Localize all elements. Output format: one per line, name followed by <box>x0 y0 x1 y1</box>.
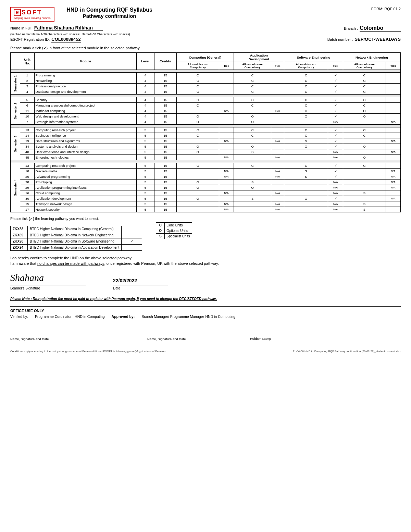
name-label: Name in Full: <box>10 26 33 30</box>
office-verified-row: Verified by: Programme Cordinator - HND … <box>10 314 401 319</box>
table-instruction: Please mark a tick (✓) in front of the s… <box>10 46 401 50</box>
table-row: 45 Emerging technologies 515 N/A N/A N/A… <box>11 155 401 160</box>
footer-left: Conditions apply according to the policy… <box>10 350 166 353</box>
pathway-row: ZKX90 BTEC Higher National Diploma in So… <box>11 238 142 245</box>
batch-value: SEP/OCT-WEEKDAYS <box>354 37 401 42</box>
col-header-module: Module <box>34 53 136 70</box>
pathway-row: ZKX94 BTEC Higher National Diploma in Ap… <box>11 245 142 251</box>
semester-4-label: Semester 4 <box>11 163 20 212</box>
batch-label: Batch number : <box>327 37 353 41</box>
declaration-line2: I am aware that no changes can be made w… <box>10 261 401 265</box>
subhdr-se-compulsory: All modules areCompulsory <box>284 62 328 70</box>
declaration-line1: I do hereby confirm to complete the HND … <box>10 256 401 260</box>
approved-value: Branch Manager/ Programme Manager-HND in… <box>141 314 235 319</box>
table-row: Semester 3 13 Computing research project… <box>11 127 401 133</box>
table-row: 34 Systems analysis and design 515 O O O… <box>11 144 401 149</box>
name-note: (verified name: Name 1-20 characters wit… <box>10 33 401 36</box>
please-note: Please Note : Re-registration fee must b… <box>10 297 401 301</box>
signature-label: Learner's Signature <box>10 286 86 290</box>
reg-id-value: COL00089452 <box>51 37 80 42</box>
office-sign2-label: Name, Signature and Date <box>147 336 229 341</box>
subhdr-se-tick: Tick <box>328 62 343 70</box>
office-sign1: Name, Signature and Date <box>10 336 92 341</box>
pathway-row: ZKX88 BTEC Higher National Diploma in Co… <box>11 226 142 232</box>
semester-3-label: Semester 3 <box>11 127 20 160</box>
logo-text: SOFT <box>22 9 42 16</box>
declaration-section: I do hereby confirm to complete the HND … <box>10 256 401 265</box>
table-row: Semester 2 5 Security 415 C C C✓ C <box>11 97 401 103</box>
footer: Conditions apply according to the policy… <box>10 348 401 353</box>
title-line2: Pathway confirmation <box>66 13 152 19</box>
legend-table: C Core Units O Optional Units S Speciali… <box>156 222 192 239</box>
table-row: 3 Professional practice 415 C C C✓ C <box>11 84 401 89</box>
col-header-ne: Network Engineering <box>343 53 401 62</box>
unit-no: 1 <box>20 73 34 78</box>
logo-slogan: Shaping Lives. Creating Futures. <box>14 16 51 20</box>
verified-value: Programme Cordinator - HND in Computing <box>35 314 105 319</box>
col-header-level: Level <box>137 53 154 70</box>
subhdr-cg-tick: Tick <box>219 62 234 70</box>
office-signatures-row: Name, Signature and Date Name, Signature… <box>10 336 401 341</box>
table-row: 2 Networking 415 C C C✓ C <box>11 78 401 84</box>
col-header-cg: Computing (General) <box>176 53 234 62</box>
table-row: Semester 4 13 Computing research project… <box>11 163 401 169</box>
pathway-selection-section: Please tick {✓} the learning pathway you… <box>10 216 401 251</box>
col-header-credits: Credits <box>154 53 176 70</box>
subhdr-ne-compulsory: All modules areCompulsory <box>343 62 386 70</box>
table-row: 4 Database design and development 415 C … <box>11 89 401 95</box>
office-title: OFFICE USE ONLY <box>10 309 401 313</box>
legend-row: O Optional Units <box>156 228 192 234</box>
table-row: 11 Maths for computing 415 N/A N/A O✓ O <box>11 108 401 114</box>
subhdr-ad-compulsory: All modules areCompulsory <box>234 62 271 70</box>
table-row: 18 Discrete maths 515 N/A N/A S✓ N/A <box>11 169 401 174</box>
table-row: 20 Advanced programming 515 N/A N/A S✓ N… <box>11 174 401 180</box>
module-name: Programming <box>34 73 136 78</box>
table-row: 30 Application development 515 O S O✓ N/… <box>11 196 401 201</box>
office-sign2: Name, Signature and Date <box>147 336 229 341</box>
modules-table: UnitNo. Module Level Credits Computing (… <box>10 52 401 212</box>
date-block: 22/02/2022 Date <box>113 278 168 290</box>
col-header-ad: ApplicationDevelopment <box>234 53 284 62</box>
pathway-table: ZKX88 BTEC Higher National Diploma in Co… <box>10 226 142 251</box>
table-row: Semester 1 1 Programming 415 C C C✓ C <box>11 73 401 78</box>
table-row: 15 Transport network design 515 N/A N/A … <box>11 201 401 207</box>
table-row: 28 Prototyping 515 O S N/A N/A <box>11 180 401 185</box>
office-section: OFFICE USE ONLY Verified by: Programme C… <box>10 306 401 341</box>
subhdr-ne-tick: Tick <box>386 62 400 70</box>
semester-2-label: Semester 2 <box>11 97 20 125</box>
date-value: 22/02/2022 <box>113 278 168 285</box>
table-row: 29 Application programming interfaces 51… <box>11 185 401 190</box>
table-row: 7 Strategic information systems 415 O O … <box>11 119 401 125</box>
logo: E SOFT Shaping Lives. Creating Futures. <box>10 7 54 22</box>
page-header: E SOFT Shaping Lives. Creating Futures. … <box>10 7 401 22</box>
pathway-row: ZKX89 BTEC Higher National Diploma in Ne… <box>11 232 142 238</box>
col-header-semester <box>11 53 20 70</box>
signature-section: Shahana Learner's Signature 22/02/2022 D… <box>10 272 401 290</box>
reg-label: ESOFT Registration ID: <box>10 37 50 41</box>
rubber-stamp-block: Rubber Stamp <box>250 336 271 341</box>
signature-image: Shahana <box>10 272 86 285</box>
form-reference: FORM: RQF 01.2 <box>371 7 401 11</box>
title-line1: HND in Computing RQF Syllabus <box>66 7 152 13</box>
col-header-se: Software Engineering <box>284 53 343 62</box>
table-row: 10 Web design and development 415 O O O✓… <box>11 114 401 119</box>
footer-right: 21-04-06 HND in Computing RQF Pathway co… <box>293 350 401 353</box>
table-row: 17 Network security 515 N/A N/A N/A S <box>11 207 401 212</box>
branch-value: Colombo <box>360 25 401 32</box>
table-row: 6 Managing a successful computing projec… <box>11 103 401 108</box>
semester-1-label: Semester 1 <box>11 73 20 95</box>
office-sign1-label: Name, Signature and Date <box>10 336 92 341</box>
student-name: Fathima Shahana Rifkhan <box>34 25 103 31</box>
table-row: 14 Business intelligence 515 C C C✓ C <box>11 133 401 138</box>
branch-label: Branch : <box>344 26 358 30</box>
verified-label: Verified by: <box>10 314 28 319</box>
date-label: Date <box>113 286 168 290</box>
col-header-unit: UnitNo. <box>20 53 34 70</box>
table-row: 19 Data structures and algorithms 515 N/… <box>11 138 401 144</box>
table-row: 40 User experience and interface design … <box>11 149 401 155</box>
student-info-section: Name in Full: Fathima Shahana Rifkhan Br… <box>10 25 401 42</box>
pathway-instruction: Please tick {✓} the learning pathway you… <box>10 216 401 221</box>
stamp-label: Rubber Stamp <box>250 336 271 341</box>
document-title: HND in Computing RQF Syllabus Pathway co… <box>66 7 152 19</box>
legend-row: S Specialist Units <box>156 234 192 239</box>
